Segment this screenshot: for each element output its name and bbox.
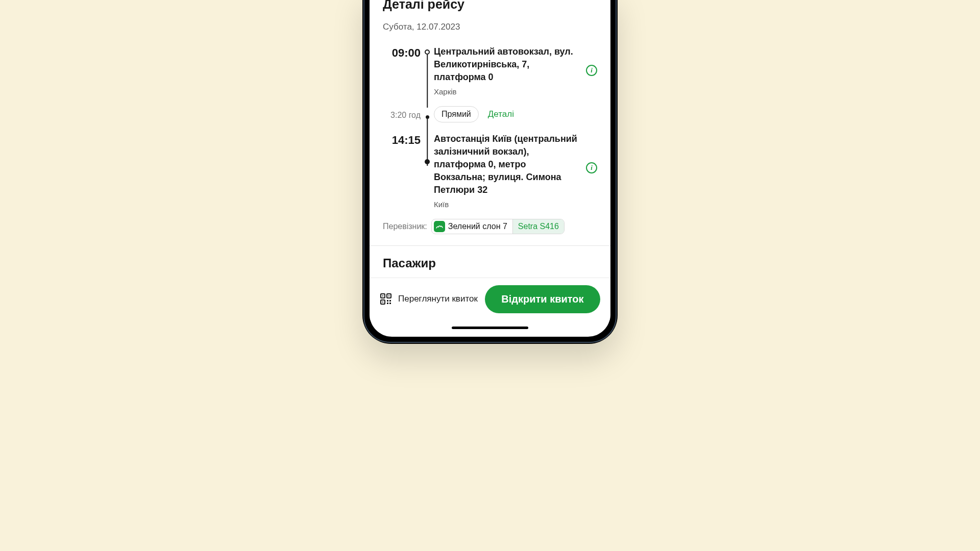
arrival-info-button[interactable]: i bbox=[586, 162, 597, 173]
arrival-station: Автостанція Київ (центральний залізнични… bbox=[434, 133, 580, 197]
open-ticket-label: Відкрити квиток bbox=[501, 293, 583, 305]
arrival-time: 14:15 bbox=[383, 133, 421, 146]
direct-chip-label: Прямий bbox=[442, 110, 471, 119]
carrier-badge[interactable]: Зелений слон 7 Setra S416 bbox=[431, 219, 565, 234]
svg-rect-4 bbox=[388, 295, 389, 296]
svg-rect-6 bbox=[387, 300, 388, 302]
departure-row: 09:00 Центральний автовокзал, вул. Велик… bbox=[383, 45, 597, 96]
direct-chip[interactable]: Прямий bbox=[434, 106, 479, 122]
departure-time: 09:00 bbox=[383, 45, 421, 59]
svg-rect-9 bbox=[389, 303, 391, 304]
departure-dot-icon bbox=[425, 49, 430, 55]
svg-rect-7 bbox=[389, 300, 391, 302]
carrier-label: Перевізник: bbox=[383, 222, 427, 231]
phone-frame: Деталі рейсу Субота, 12.07.2023 09:00 Це… bbox=[362, 0, 618, 344]
route-line bbox=[427, 55, 428, 108]
departure-station: Центральний автовокзал, вул. Великотирні… bbox=[434, 45, 580, 84]
svg-rect-5 bbox=[382, 302, 383, 303]
carrier-row: Перевізник: Зелений слон 7 Setra S416 bbox=[383, 219, 597, 245]
departure-city: Харків bbox=[434, 87, 580, 96]
trip-duration: 3:20 год bbox=[383, 109, 421, 120]
svg-rect-8 bbox=[387, 303, 388, 304]
arrival-city: Київ bbox=[434, 200, 580, 209]
arrival-dot-icon bbox=[425, 159, 430, 164]
view-ticket-button[interactable]: Переглянути квиток bbox=[380, 293, 478, 305]
info-icon: i bbox=[591, 164, 593, 172]
info-icon: i bbox=[591, 66, 593, 74]
app-screen: Деталі рейсу Субота, 12.07.2023 09:00 Це… bbox=[370, 0, 610, 337]
vehicle-model: Setra S416 bbox=[512, 219, 564, 234]
bottom-action-bar: Переглянути квиток Відкрити квиток bbox=[370, 278, 610, 321]
view-ticket-label: Переглянути квиток bbox=[398, 294, 478, 304]
svg-rect-3 bbox=[382, 295, 383, 296]
arrival-row: 14:15 Автостанція Київ (центральний залі… bbox=[383, 133, 597, 209]
passenger-title: Пасажир bbox=[383, 246, 597, 278]
midpoint-dot-icon bbox=[426, 115, 429, 119]
trip-date: Субота, 12.07.2023 bbox=[383, 22, 597, 32]
details-link[interactable]: Деталі bbox=[488, 109, 514, 119]
carrier-name: Зелений слон 7 bbox=[448, 222, 512, 231]
carrier-logo-icon bbox=[434, 221, 445, 232]
departure-info-button[interactable]: i bbox=[586, 65, 597, 76]
home-indicator bbox=[452, 327, 528, 329]
qr-code-icon bbox=[380, 293, 392, 305]
duration-row: 3:20 год Прямий Деталі bbox=[383, 106, 597, 122]
trip-details-title: Деталі рейсу bbox=[383, 0, 597, 12]
open-ticket-button[interactable]: Відкрити квиток bbox=[485, 285, 600, 313]
